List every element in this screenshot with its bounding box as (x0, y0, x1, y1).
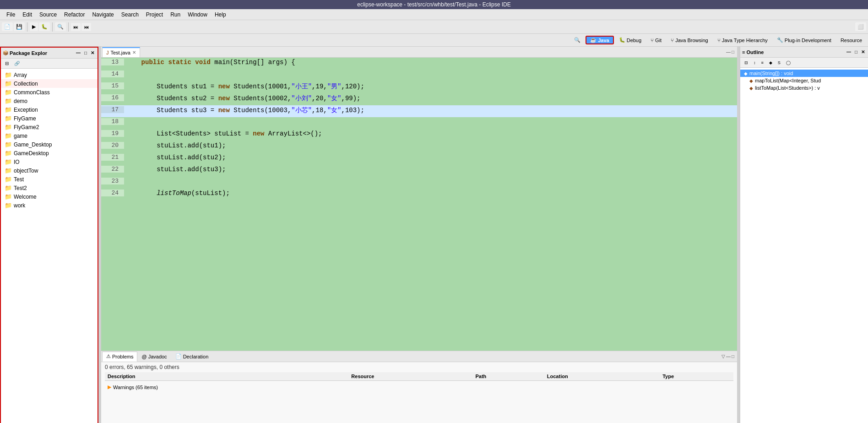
package-icon: 📁 (5, 193, 12, 200)
perspective-resource[interactable]: Resource (836, 36, 866, 44)
outline-hide-nonpublic-button[interactable]: ◯ (784, 59, 793, 66)
menu-help[interactable]: Help (211, 11, 230, 19)
bottom-panel-buttons: ▽ — □ (722, 354, 736, 359)
save-button[interactable]: 💾 (14, 22, 25, 31)
outline-hide-fields-button[interactable]: ◆ (767, 59, 775, 66)
menu-search[interactable]: Search (118, 11, 142, 19)
outline-sort-button[interactable]: ↕ (751, 59, 758, 66)
code-line-19: 19 List<Students> stuList = new ArrayLis… (101, 129, 737, 141)
col-resource: Resource (348, 372, 472, 381)
perspective-java-browsing[interactable]: ⑂ Java Browsing (667, 36, 712, 44)
outline-filter-button[interactable]: ≡ (759, 59, 766, 66)
menu-window[interactable]: Window (184, 11, 211, 19)
list-item[interactable]: 📁 Test (1, 175, 98, 184)
minimize-panel-button[interactable]: — (75, 50, 82, 56)
package-icon: 📁 (5, 80, 12, 87)
package-explorer-panel: 📦 Package Explor — □ ✕ ⊟ 🔗 📁 Array 📁 Col… (0, 47, 98, 423)
package-explorer-header: 📦 Package Explor — □ ✕ (1, 48, 98, 59)
menu-edit[interactable]: Edit (19, 11, 36, 19)
perspective-debug[interactable]: 🐛 Debug (615, 36, 646, 44)
outline-icon: ≡ (742, 49, 745, 55)
list-item[interactable]: 📁 work (1, 201, 98, 210)
list-item[interactable]: 📁 Game_Desktop (1, 140, 98, 149)
list-item[interactable]: 📁 FlyGame2 (1, 123, 98, 131)
package-icon: 📁 (5, 71, 12, 78)
collapse-all-button[interactable]: ⊟ (3, 60, 11, 67)
list-item[interactable]: 📁 IO (1, 157, 98, 166)
next-button[interactable]: ⏭ (71, 23, 81, 31)
list-item[interactable]: 📁 GameDesktop (1, 149, 98, 157)
filter-bottom-button[interactable]: ▽ (722, 354, 725, 359)
package-explorer-title: Package Explor (10, 50, 47, 56)
tab-javadoc[interactable]: @ Javadoc (137, 352, 171, 362)
editor-tab-test-java[interactable]: J Test.java ✕ (102, 47, 140, 57)
col-location: Location (544, 372, 660, 381)
list-item[interactable]: 📁 Exception (1, 105, 98, 114)
outline-item-map-to-list[interactable]: ◆ mapToList(Map<Integer, Stud (740, 77, 868, 84)
close-tab-button[interactable]: ✕ (132, 50, 136, 55)
outline-item-list-to-map[interactable]: ◆ listToMap(List<Students>) : v (740, 84, 868, 92)
code-line-18: 18 (101, 117, 737, 129)
col-description: Description (105, 372, 348, 381)
menu-refactor[interactable]: Refactor (60, 11, 88, 19)
toolbar-separator-2 (52, 22, 53, 32)
warnings-label: Warnings (65 items) (113, 385, 158, 390)
maximize-button[interactable]: ⬜ (855, 22, 866, 31)
warning-icon: ▶ (108, 384, 111, 390)
package-icon: 📁 (5, 98, 12, 104)
code-line-15: 15 Students stu1 = new Students(10001,"小… (101, 81, 737, 93)
outline-minimize-button[interactable]: — (845, 49, 852, 55)
problems-summary: 0 errors, 65 warnings, 0 others (105, 364, 733, 370)
code-line-22: 22 stuList.add(stu3); (101, 165, 737, 177)
debug-button[interactable]: 🐛 (39, 22, 50, 31)
tab-problems[interactable]: ⚠ Problems (102, 352, 137, 362)
new-button[interactable]: 📄 (2, 22, 13, 31)
main-layout: 📦 Package Explor — □ ✕ ⊟ 🔗 📁 Array 📁 Col… (0, 47, 868, 423)
list-item[interactable]: 📁 Array (1, 70, 98, 79)
list-item[interactable]: 📁 CommonClass (1, 88, 98, 97)
tab-declaration[interactable]: 📄 Declaration (171, 352, 213, 362)
outline-maximize-button[interactable]: □ (853, 49, 859, 55)
menu-navigate[interactable]: Navigate (88, 11, 117, 19)
search-toolbar-button[interactable]: 🔍 (55, 22, 66, 31)
perspective-java[interactable]: ☕ Java (586, 36, 613, 44)
list-item[interactable]: 📁 game (1, 131, 98, 140)
outline-hide-static-button[interactable]: S (776, 59, 783, 66)
outline-close-button[interactable]: ✕ (860, 49, 866, 55)
perspective-git[interactable]: ⑂ Git (646, 36, 666, 44)
maximize-bottom-button[interactable]: □ (732, 354, 734, 359)
perspective-java-type-hierarchy[interactable]: ⑂ Java Type Hierarchy (713, 36, 772, 44)
close-panel-button[interactable]: ✕ (89, 50, 96, 56)
minimize-bottom-button[interactable]: — (726, 354, 731, 359)
run-button[interactable]: ▶ (30, 22, 38, 31)
col-path: Path (472, 372, 544, 381)
menu-project[interactable]: Project (142, 11, 167, 19)
menu-run[interactable]: Run (167, 11, 184, 19)
outline-header: ≡ Outline — □ ✕ (740, 47, 868, 58)
list-item[interactable]: 📁 Welcome (1, 192, 98, 201)
list-item[interactable]: 📁 Collection (1, 79, 98, 88)
maximize-panel-button[interactable]: □ (83, 50, 88, 56)
problems-table: Description Resource Path Location Type … (105, 372, 733, 391)
list-item[interactable]: 📁 FlyGame (1, 114, 98, 123)
list-item[interactable]: 📁 Test2 (1, 184, 98, 192)
panel-header-buttons: — □ ✕ (75, 50, 96, 56)
outline-collapse-all-button[interactable]: ⊟ (742, 59, 750, 66)
table-row[interactable]: ▶ Warnings (65 items) (105, 381, 733, 392)
list-item[interactable]: 📁 demo (1, 97, 98, 105)
col-type: Type (660, 372, 733, 381)
minimize-editor-button[interactable]: — (726, 49, 731, 54)
menu-file[interactable]: File (3, 11, 19, 19)
perspective-plugin-dev[interactable]: 🔧 Plug-in Development (773, 36, 835, 44)
maximize-editor-button[interactable]: □ (732, 49, 734, 54)
menu-source[interactable]: Source (36, 11, 60, 19)
code-line-13: 13 public static void main(String[] args… (101, 58, 737, 70)
list-item[interactable]: 📁 objectTow (1, 166, 98, 175)
code-editor[interactable]: 13 public static void main(String[] args… (101, 58, 737, 351)
perspective-search[interactable]: 🔍 (570, 36, 585, 44)
package-icon: 📁 (5, 141, 12, 148)
link-editor-button[interactable]: 🔗 (12, 60, 22, 67)
outline-item-main[interactable]: ◆ main(String[]) : void (740, 70, 868, 77)
code-line-23: 23 (101, 177, 737, 189)
prev-button[interactable]: ⏮ (81, 23, 91, 31)
